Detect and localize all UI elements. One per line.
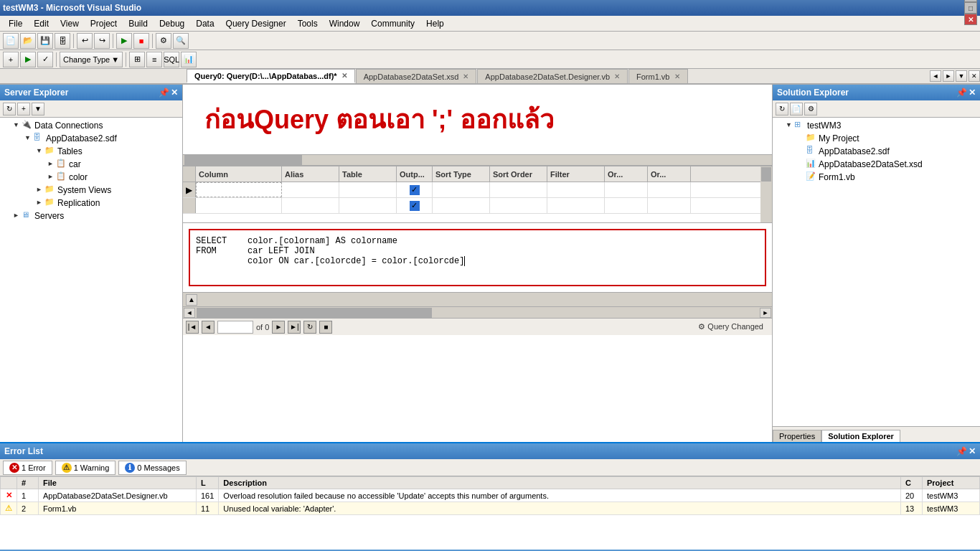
open-btn[interactable]: 📂	[20, 33, 36, 49]
grid-v-scrollbar[interactable]	[760, 166, 772, 222]
warning-file-1[interactable]: Form1.vb	[39, 502, 197, 515]
nav-refresh-btn[interactable]: ↻	[303, 321, 316, 334]
menu-item-tools[interactable]: Tools	[292, 17, 324, 30]
tab-appdataset-designer[interactable]: AppDatabase2DataSet.Designer.vb ✕	[477, 69, 628, 83]
properties-tab[interactable]: Properties	[773, 430, 821, 442]
menu-item-file[interactable]: File	[3, 17, 28, 30]
tree-servers[interactable]: ► 🖥 Servers	[1, 209, 181, 222]
sol-properties-btn[interactable]: ⚙	[804, 103, 817, 116]
change-type-dropdown[interactable]: Change Type ▼	[60, 52, 123, 67]
tree-sol-appdatabase[interactable]: 🗄 AppDatabase2.sdf	[774, 145, 979, 158]
menu-item-edit[interactable]: Edit	[28, 17, 55, 30]
top-scrollbar[interactable]	[183, 154, 772, 166]
save-all-btn[interactable]: 🗄	[55, 33, 70, 49]
menu-item-help[interactable]: Help	[420, 17, 450, 30]
menu-item-community[interactable]: Community	[365, 17, 420, 30]
sql-pane-btn[interactable]: SQL	[164, 52, 179, 67]
collapse-btn[interactable]: ▲	[186, 294, 197, 306]
bottom-scrollbar[interactable]: ◄ ►	[183, 306, 772, 318]
close-button[interactable]: ✕	[964, 14, 977, 25]
row-indicator-header	[183, 166, 196, 182]
tab-nav-right[interactable]: ►	[943, 70, 954, 82]
se-add-btn[interactable]: +	[17, 103, 30, 116]
tree-replication[interactable]: ► 📁 Replication	[1, 197, 181, 209]
row-indicator-2	[183, 198, 196, 213]
sol-pin-icon[interactable]: 📌	[956, 88, 967, 98]
nav-page-input[interactable]	[217, 321, 253, 334]
tab-query0-close[interactable]: ✕	[341, 72, 347, 80]
scroll-right-btn[interactable]: ►	[760, 308, 771, 318]
grid-cell-output2: ✓	[397, 198, 433, 213]
se-pin-icon[interactable]: 📌	[159, 88, 169, 98]
error-file-1[interactable]: AppDatabase2DataSet.Designer.vb	[39, 489, 197, 502]
tree-sol-dataset-xsd[interactable]: 📊 AppDatabase2DataSet.xsd	[774, 158, 979, 171]
tree-tables[interactable]: ▼ 📁 Tables	[1, 145, 181, 158]
undo-btn[interactable]: ↩	[77, 33, 93, 49]
stop-btn[interactable]: ■	[133, 33, 149, 49]
tree-appdatabase[interactable]: ▼ 🗄 AppDatabase2.sdf	[1, 132, 181, 145]
tab-query0[interactable]: Query0: Query(D:\...\AppDatabas...df)* ✕	[187, 69, 355, 83]
verify-btn[interactable]: ✓	[37, 52, 53, 67]
menu-item-build[interactable]: Build	[123, 17, 154, 30]
grid-cell-col1[interactable]	[196, 182, 282, 197]
output-check-2[interactable]: ✓	[410, 201, 420, 211]
tab-list-btn[interactable]: ▼	[956, 70, 967, 82]
tree-my-project[interactable]: 📁 My Project	[774, 132, 979, 145]
output-check-1[interactable]: ✓	[410, 185, 420, 195]
el-close-icon[interactable]: ✕	[969, 446, 976, 456]
redo-btn[interactable]: ↪	[94, 33, 110, 49]
error-count-badge[interactable]: ✕ 1 Error	[3, 461, 52, 475]
menu-item-project[interactable]: Project	[85, 17, 123, 30]
tab-form1-close[interactable]: ✕	[674, 72, 680, 80]
tree-data-connections[interactable]: ▼ 🔌 Data Connections	[1, 119, 181, 132]
menu-item-debug[interactable]: Debug	[154, 17, 190, 30]
run-query-btn[interactable]: ▶	[20, 52, 36, 67]
expand-replication: ►	[36, 199, 44, 207]
tree-system-views[interactable]: ► 📁 System Views	[1, 184, 181, 197]
menu-item-data[interactable]: Data	[190, 17, 220, 30]
sol-refresh-btn[interactable]: ↻	[776, 103, 788, 116]
tree-sol-form1[interactable]: 📝 Form1.vb	[774, 171, 979, 184]
se-filter-btn[interactable]: ▼	[32, 103, 44, 116]
criteria-pane-btn[interactable]: ≡	[146, 52, 162, 67]
message-count-badge[interactable]: ℹ 0 Messages	[118, 461, 186, 475]
solution-explorer-tab[interactable]: Solution Explorer	[821, 430, 900, 442]
sql-editor[interactable]: SELECT color.[colornam] AS colorname FRO…	[189, 229, 766, 286]
new-project-btn[interactable]: 📄	[3, 33, 19, 49]
menu-item-view[interactable]: View	[55, 17, 85, 30]
run-btn[interactable]: ▶	[116, 33, 132, 49]
menu-item-window[interactable]: Window	[324, 17, 366, 30]
misc-btn1[interactable]: ⚙	[156, 33, 171, 49]
nav-first-btn[interactable]: |◄	[186, 321, 199, 334]
tree-testwm3[interactable]: ▼ ⊞ testWM3	[774, 119, 979, 132]
server-explorer-title: Server Explorer	[4, 88, 68, 98]
tab-nav-left[interactable]: ◄	[930, 70, 941, 82]
results-pane-btn[interactable]: 📊	[181, 52, 197, 67]
tree-color-table[interactable]: ► 📋 color	[1, 171, 181, 184]
tab-form1[interactable]: Form1.vb ✕	[628, 69, 687, 83]
el-pin-icon[interactable]: 📌	[956, 446, 967, 456]
se-refresh-btn[interactable]: ↻	[3, 103, 16, 116]
col-hdr-column: Column	[196, 166, 282, 182]
warning-count-badge[interactable]: ⚠ 1 Warning	[55, 461, 116, 475]
misc-btn2[interactable]: 🔍	[173, 33, 189, 49]
tab-close-all-btn[interactable]: ✕	[969, 70, 980, 82]
change-type-label: Change Type	[63, 55, 110, 64]
nav-prev-btn[interactable]: ◄	[202, 321, 215, 334]
sol-show-files-btn[interactable]: 📄	[790, 103, 803, 116]
sol-close-icon[interactable]: ✕	[969, 88, 976, 98]
tab-designer-close[interactable]: ✕	[614, 72, 620, 80]
nav-stop-btn[interactable]: ■	[319, 321, 332, 334]
menu-item-query-designer[interactable]: Query Designer	[220, 17, 292, 30]
se-close-icon[interactable]: ✕	[171, 88, 178, 98]
diagram-pane-btn[interactable]: ⊞	[129, 52, 145, 67]
save-btn[interactable]: 💾	[37, 33, 53, 49]
tab-xsd-close[interactable]: ✕	[463, 72, 468, 80]
maximize-button[interactable]: □	[964, 2, 977, 14]
tab-appdataset-xsd[interactable]: AppDatabase2DataSet.xsd ✕	[356, 69, 477, 83]
scroll-left-btn[interactable]: ◄	[184, 308, 195, 318]
tree-car-table[interactable]: ► 📋 car	[1, 158, 181, 171]
add-table-btn[interactable]: +	[3, 52, 19, 67]
nav-next-btn[interactable]: ►	[272, 321, 285, 334]
nav-last-btn[interactable]: ►|	[288, 321, 301, 334]
